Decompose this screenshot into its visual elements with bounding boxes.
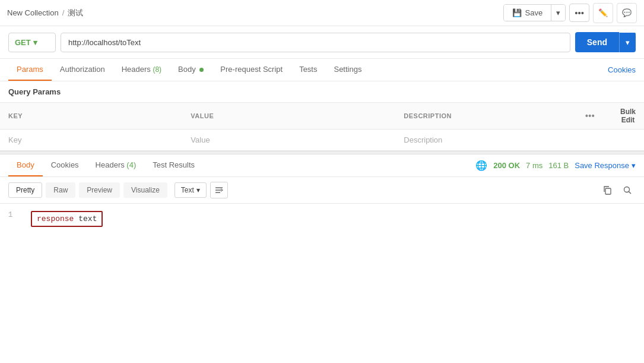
method-label: GET [15,38,31,47]
tab-authorization[interactable]: Authorization [52,59,113,81]
collection-name: New Collection [7,8,59,17]
format-bar: Pretty Raw Preview Visualize Text ▾ [0,177,644,204]
copy-button[interactable] [599,182,616,198]
bulk-edit-button[interactable]: Bulk Edit [620,108,636,124]
breadcrumb: New Collection / 测试 [7,8,83,18]
method-selector[interactable]: GET ▾ [8,33,56,52]
code-line-1: 1 response text [0,210,644,228]
edit-icon-button[interactable]: ✏️ [593,3,613,23]
save-button[interactable]: 💾 Save [504,5,551,21]
desc-placeholder: Description [404,135,442,144]
code-content-1: response text [31,211,103,227]
save-label: Save [525,8,543,17]
top-bar: New Collection / 测试 💾 Save ▾ ••• ✏️ 💬 [0,0,644,26]
code-keyword: response [37,214,74,223]
type-label: Text [181,186,194,194]
value-placeholder: Value [191,135,210,144]
type-chevron-icon: ▾ [196,186,200,194]
save-dropdown-button[interactable]: ▾ [551,5,565,21]
cookies-link[interactable]: Cookies [608,59,636,80]
query-params-label: Query Params [0,81,644,102]
format-tab-pretty[interactable]: Pretty [8,182,42,198]
globe-icon: 🌐 [475,160,487,171]
col-header-value: VALUE [182,103,395,130]
tab-settings[interactable]: Settings [325,59,370,81]
tab-headers[interactable]: Headers (8) [113,59,170,81]
key-cell[interactable]: Key [0,130,182,151]
key-placeholder: Key [8,135,21,144]
request-tabs-bar: Params Authorization Headers (8) Body Pr… [0,59,644,81]
col-header-actions: ••• [568,103,612,130]
url-input[interactable] [61,33,570,52]
svg-rect-3 [605,188,611,194]
col-header-bulk: Bulk Edit [612,103,644,130]
search-button[interactable] [619,182,636,198]
breadcrumb-separator: / [62,8,65,17]
response-tab-test-results[interactable]: Test Results [144,154,203,176]
wrap-icon [214,185,224,195]
response-tab-body[interactable]: Body [8,154,43,176]
svg-point-4 [624,187,630,192]
response-tab-headers[interactable]: Headers (4) [87,154,145,176]
wrap-button[interactable] [210,182,228,198]
tab-pre-request[interactable]: Pre-request Script [212,59,291,81]
comment-icon-button[interactable]: 💬 [617,3,637,23]
response-tab-cookies[interactable]: Cookies [43,154,87,176]
format-tab-raw[interactable]: Raw [46,182,75,198]
col-header-desc: DESCRIPTION [395,103,568,130]
svg-line-5 [629,192,632,194]
value-cell[interactable]: Value [182,130,395,151]
save-response-button[interactable]: Save Response ▾ [575,161,636,170]
save-response-label: Save Response [575,161,629,170]
format-tab-visualize[interactable]: Visualize [123,182,167,198]
tab-body[interactable]: Body [170,59,212,81]
tab-tests[interactable]: Tests [291,59,325,81]
method-chevron-icon: ▾ [33,38,37,47]
send-button[interactable]: Send [575,32,619,52]
code-area: 1 response text [0,204,644,234]
more-actions-button[interactable]: ••• [569,4,589,22]
request-name: 测试 [68,8,83,18]
code-text: text [74,214,97,223]
save-response-chevron-icon: ▾ [632,161,636,170]
response-tabs-bar: Body Cookies Headers (4) Test Results 🌐 … [0,154,644,177]
search-icon [623,185,632,195]
save-btn-group: 💾 Save ▾ [503,4,566,21]
status-code: 200 OK [493,161,520,170]
format-tab-preview[interactable]: Preview [79,182,120,198]
response-time: 7 ms [526,161,543,170]
line-number-1: 1 [8,211,23,219]
type-selector[interactable]: Text ▾ [175,182,207,198]
send-btn-group: Send ▾ [575,32,636,52]
response-status: 🌐 200 OK 7 ms 161 B Save Response ▾ [475,160,636,171]
copy-icon [602,185,612,195]
response-size: 161 B [548,161,569,170]
params-table: KEY VALUE DESCRIPTION ••• Bulk Edit Key … [0,102,644,151]
save-icon: 💾 [512,8,522,17]
top-bar-actions: 💾 Save ▾ ••• ✏️ 💬 [503,3,637,23]
desc-cell[interactable]: Description [395,130,568,151]
send-dropdown-button[interactable]: ▾ [619,33,636,52]
tab-params[interactable]: Params [8,59,52,81]
col-header-key: KEY [0,103,182,130]
params-more-icon[interactable]: ••• [585,111,595,121]
table-row: Key Value Description [0,130,644,151]
url-bar: GET ▾ Send ▾ [0,26,644,59]
